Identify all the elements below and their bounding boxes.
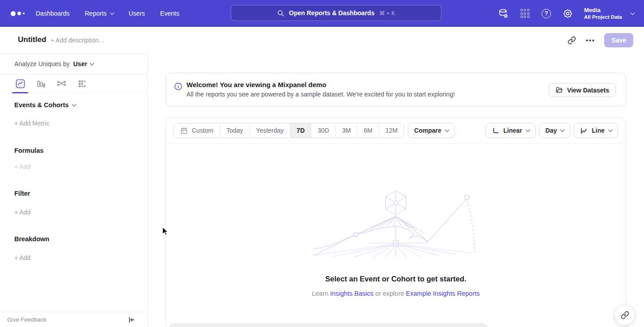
- nav-users[interactable]: Users: [129, 10, 145, 17]
- global-search-input[interactable]: Open Reports & Dashboards ⌘ + K: [231, 5, 441, 21]
- date-range-segmented-control: Custom Today Yesterday 7D 30D 3M 6M 12M: [174, 123, 404, 138]
- apps-grid-icon[interactable]: [520, 8, 530, 19]
- compare-dropdown[interactable]: Compare: [408, 123, 455, 138]
- analyze-by-dropdown[interactable]: User: [73, 60, 93, 67]
- add-metric-button[interactable]: + Add Metric: [14, 120, 49, 127]
- report-title[interactable]: Untitled: [18, 35, 46, 44]
- banner-body: All the reports you see are powered by a…: [186, 91, 455, 98]
- tab-flow[interactable]: [51, 75, 72, 93]
- project-name: Media: [584, 7, 622, 14]
- project-switcher[interactable]: Media All Project Data: [584, 7, 634, 20]
- project-subtitle: All Project Data: [584, 14, 622, 20]
- chevron-down-icon: [445, 127, 449, 132]
- collapse-left-icon: [127, 316, 136, 324]
- insights-chart-panel: Custom Today Yesterday 7D 30D 3M 6M 12M …: [165, 117, 626, 327]
- chevron-down-icon: [110, 10, 114, 15]
- scale-dropdown[interactable]: Linear: [486, 123, 536, 138]
- query-builder-sidebar: Analyze Uniques by User: [0, 54, 148, 327]
- insights-basics-link[interactable]: Insights Basics: [330, 290, 373, 297]
- folder-icon: [555, 86, 563, 94]
- range-12m[interactable]: 12M: [379, 123, 404, 138]
- search-shortcut: ⌘ + K: [379, 10, 395, 17]
- empty-state-hint: Learn Insights Basics or explore Example…: [166, 290, 626, 297]
- welcome-banner: Welcome! You are viewing a Mixpanel demo…: [165, 73, 626, 106]
- chevron-down-icon: [560, 127, 565, 132]
- events-cohorts-section[interactable]: Events & Cohorts: [14, 101, 76, 109]
- empty-state-title: Select an Event or Cohort to get started…: [166, 275, 626, 283]
- range-6m[interactable]: 6M: [357, 123, 379, 138]
- share-link-fab[interactable]: [614, 305, 635, 325]
- chevron-down-icon: [525, 127, 530, 132]
- search-placeholder: Open Reports & Dashboards: [289, 9, 374, 17]
- settings-gear-icon[interactable]: [563, 8, 573, 19]
- info-icon: [174, 82, 182, 91]
- nav-dashboards[interactable]: Dashboards: [36, 10, 70, 17]
- filter-section: Filter: [14, 190, 30, 197]
- line-chart-tab-icon: [16, 79, 25, 88]
- tab-metrics-grid[interactable]: [72, 75, 92, 93]
- more-options-button[interactable]: [586, 39, 594, 42]
- chevron-down-icon: [72, 102, 76, 106]
- granularity-dropdown[interactable]: Day: [539, 123, 571, 138]
- banner-title: Welcome! You are viewing a Mixpanel demo: [186, 81, 455, 88]
- dots-grid-tab-icon: [77, 79, 87, 88]
- line-chart-icon: [580, 127, 588, 134]
- range-today[interactable]: Today: [220, 123, 250, 138]
- chevron-down-icon: [631, 10, 635, 15]
- add-filter-button[interactable]: + Add: [14, 209, 30, 216]
- range-7d[interactable]: 7D: [290, 123, 311, 138]
- view-datasets-button[interactable]: View Datasets: [549, 83, 616, 97]
- empty-state-illustration: [314, 189, 483, 258]
- next-section-edge: [169, 323, 488, 327]
- link-icon: [621, 311, 629, 319]
- nav-reports[interactable]: Reports: [85, 10, 114, 17]
- axes-icon: [492, 127, 500, 134]
- formulas-section: Formulas: [14, 147, 43, 154]
- search-icon: [277, 9, 284, 17]
- chevron-down-icon: [89, 61, 94, 65]
- range-3m[interactable]: 3M: [336, 123, 357, 138]
- flow-tab-icon: [57, 79, 66, 88]
- analyze-label: Analyze Uniques by: [14, 60, 70, 67]
- nav-events[interactable]: Events: [160, 10, 179, 17]
- range-yesterday[interactable]: Yesterday: [250, 123, 291, 138]
- collapse-sidebar-button[interactable]: [127, 316, 136, 324]
- breakdown-section: Breakdown: [14, 235, 49, 243]
- chart-type-dropdown[interactable]: Line: [574, 123, 618, 138]
- data-management-icon[interactable]: [498, 8, 508, 19]
- add-formula-button[interactable]: + Add: [14, 163, 30, 170]
- help-icon[interactable]: ?: [541, 8, 551, 19]
- tab-bar-chart[interactable]: [30, 75, 51, 93]
- bar-chart-tab-icon: [36, 79, 46, 88]
- add-description-field[interactable]: + Add description...: [51, 37, 104, 44]
- tab-insights-linechart[interactable]: [10, 75, 30, 93]
- example-insights-reports-link[interactable]: Example Insights Reports: [406, 290, 480, 297]
- chevron-down-icon: [608, 127, 613, 132]
- range-custom[interactable]: Custom: [174, 123, 220, 138]
- range-30d[interactable]: 30D: [311, 123, 336, 138]
- add-breakdown-button[interactable]: + Add: [14, 254, 30, 261]
- ellipsis-icon: [586, 39, 594, 42]
- copy-link-button[interactable]: [568, 36, 576, 45]
- calendar-icon: [180, 127, 188, 134]
- report-header: Untitled + Add description... Save: [0, 27, 644, 54]
- give-feedback-link[interactable]: Give Feedback: [7, 316, 46, 323]
- top-nav: Dashboards Reports Users Events Open Rep…: [0, 0, 644, 27]
- link-icon: [568, 36, 576, 45]
- save-button[interactable]: Save: [604, 33, 633, 47]
- mixpanel-logo-icon[interactable]: [11, 0, 25, 27]
